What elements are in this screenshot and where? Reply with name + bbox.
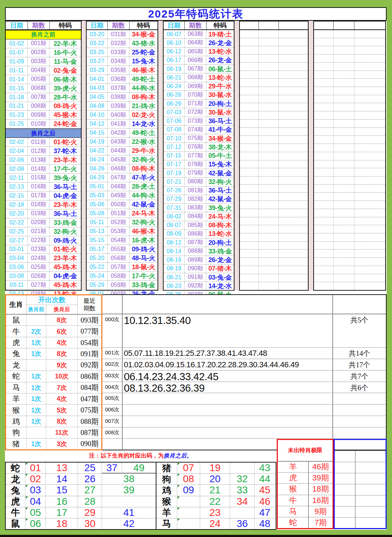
record-column-group: 日期期数特码06-07063期19-猪-土06-10064期26-龙-金06-1…: [163, 21, 234, 291]
code-cell: [279, 111, 308, 119]
period-cell: 067期: [185, 65, 207, 73]
table-row: [314, 233, 385, 242]
period-cell: [334, 144, 354, 152]
code-cell: 09-鸡-火: [50, 236, 81, 245]
code-cell: 33-鸡-金: [207, 247, 234, 255]
table-row: 01-15006期39-虎-火: [6, 84, 81, 93]
count-after-cell: 4次: [46, 393, 78, 404]
table-row: 02-22020期33-鸡-金: [6, 218, 81, 227]
map-row: 龙02142638: [6, 474, 156, 485]
date-cell: [240, 217, 259, 225]
code-cell: [354, 185, 385, 193]
code-cell: 02-兔-金: [50, 66, 81, 75]
period-cell: [259, 144, 279, 152]
date-cell: 01-14: [6, 75, 28, 84]
table-row: 03-25033期25-蛇-金: [87, 48, 158, 57]
table-row: [240, 225, 308, 233]
count-after-cell: 10次: [46, 371, 78, 382]
period-cell: [259, 30, 279, 38]
period-cell: [259, 242, 279, 250]
code-cell: 45-猴-木: [50, 111, 81, 119]
period-cell: [334, 54, 354, 62]
table-row: 05-11052期32-狗-火: [87, 218, 158, 227]
code-cell: 49-蛇-土: [130, 75, 158, 83]
date-cell: [240, 136, 259, 144]
date-cell: [240, 111, 259, 119]
code-cell: 30-鼠-水: [207, 91, 234, 99]
period-cell: [259, 209, 279, 217]
date-cell: 02-20: [6, 209, 28, 218]
date-cell: [240, 168, 259, 176]
date-cell: 07-31: [164, 204, 185, 212]
period-cell: 089期: [185, 256, 207, 264]
date-cell: [314, 54, 334, 62]
zodiac-cell: 鸡: [6, 416, 26, 427]
code-cell: 37-蛇-木: [50, 147, 81, 155]
code-cell: [354, 152, 385, 160]
number-cell: 46: [255, 496, 275, 507]
date-cell: 05-15: [87, 236, 108, 245]
date-cell: 05-22: [87, 263, 108, 271]
period-cell: 085期: [185, 221, 207, 229]
code-cell: 34-猴-金: [130, 30, 158, 39]
recent-period-cell: 047期: [78, 393, 101, 404]
table-row: 01-25010期24-蛇-金: [6, 120, 81, 129]
date-cell: 03-20: [87, 30, 108, 39]
date-cell: [314, 87, 334, 95]
date-cell: 08-23: [164, 282, 185, 290]
table-row: [240, 63, 308, 71]
code-cell: 08-狗-木: [130, 164, 158, 173]
period-cell: 076期: [185, 143, 207, 151]
code-cell: 15-兔-木: [130, 57, 158, 66]
code-cell: 32-狗-火: [50, 227, 81, 236]
date-cell: 02-11: [6, 174, 28, 182]
code-cell: [354, 120, 385, 127]
table-row: [314, 111, 385, 120]
code-cell: [279, 38, 308, 46]
table-row: [314, 87, 385, 95]
period-cell: 040期: [108, 111, 130, 119]
freq-numbers: [122, 393, 333, 404]
number-cell: 17: [46, 507, 78, 518]
code-cell: 20-狗-土: [207, 238, 234, 247]
date-cell: 06-10: [164, 39, 185, 47]
period-cell: 008期: [28, 102, 50, 111]
code-cell: 16-牛-火: [50, 48, 81, 57]
table-row: 01-18007期28-牛-水: [6, 93, 81, 102]
date-cell: 01-23: [6, 111, 28, 119]
period-cell: 091期: [185, 273, 207, 281]
table-row: 08-12087期20-狗-土: [164, 238, 234, 247]
date-cell: [314, 201, 334, 209]
freq-numbers: 10.12.31.35.40: [122, 314, 333, 347]
period-cell: [334, 152, 354, 160]
code-cell: 42-鼠-金: [207, 169, 234, 177]
date-cell: [314, 233, 334, 241]
table-row: 05-03049期44-狗-水: [87, 191, 158, 200]
table-row: 07-10075期34-猴-金: [164, 134, 234, 143]
date-cell: 05-20: [87, 254, 108, 262]
stats-header-before: 换肖前: [26, 305, 46, 314]
period-cell: [259, 274, 279, 282]
code-cell: [279, 209, 308, 217]
date-cell: 07-06: [164, 117, 185, 125]
zodiac-cell: 鼠: [6, 315, 26, 325]
code-cell: 39-兔-火: [50, 174, 81, 182]
group-separator: [234, 21, 239, 291]
table-row: [240, 111, 308, 120]
table-row: [314, 274, 385, 282]
code-cell: 24-马-木: [207, 212, 234, 221]
table-row: 02-06013期23-羊-木: [6, 156, 81, 165]
recent-period-cell: 092期: [78, 360, 101, 371]
date-cell: 02-04: [6, 147, 28, 155]
code-cell: 34-猴-金: [207, 134, 234, 142]
code-cell: 24-马-木: [130, 209, 158, 218]
date-cell: 02-02: [6, 138, 28, 146]
table-row: 07-29082期42-鼠-金: [164, 195, 234, 204]
date-cell: [240, 201, 259, 209]
code-cell: 21-鸡-水: [130, 102, 158, 110]
table-row: 06-24069期29-牛-水: [164, 82, 234, 91]
stats-header-recent-line2: 期数: [83, 305, 96, 312]
date-cell: 02-08: [6, 165, 28, 173]
date-cell: [240, 46, 259, 54]
code-cell: 26-龙-金: [207, 56, 234, 64]
